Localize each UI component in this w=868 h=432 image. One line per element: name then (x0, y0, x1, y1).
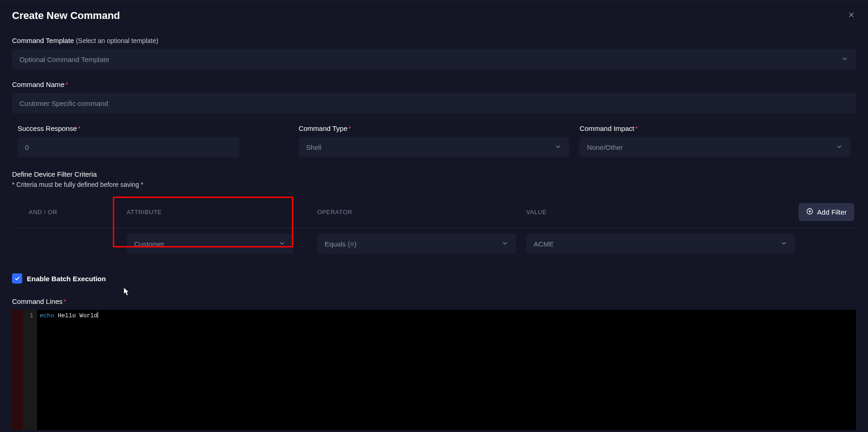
chevron-down-icon (836, 143, 843, 152)
command-template-hint: (Select an optional template) (76, 37, 158, 44)
command-type-label-text: Command Type (299, 124, 348, 132)
command-template-section: Command Template (Select an optional tem… (12, 37, 856, 69)
add-filter-label: Add Filter (817, 208, 847, 216)
batch-execution-label: Enable Batch Execution (27, 275, 106, 283)
chevron-down-icon (501, 240, 509, 248)
required-marker: * (348, 124, 351, 132)
command-lines-label: Command Lines* (12, 297, 856, 305)
filter-operator-select[interactable]: Equals (=) (317, 234, 516, 254)
command-type-label: Command Type* (299, 124, 570, 132)
command-impact-label: Command Impact* (579, 124, 850, 132)
command-lines-label-text: Command Lines (12, 297, 62, 305)
success-response-input-wrap (18, 137, 240, 157)
success-response-label-text: Success Response (18, 124, 77, 132)
command-type-select[interactable]: Shell (299, 137, 570, 157)
mouse-cursor-icon (123, 287, 130, 296)
command-name-label-text: Command Name (12, 80, 64, 88)
code-keyword: echo (40, 312, 54, 319)
command-impact-select[interactable]: None/Other (579, 137, 850, 157)
filter-criteria-section: Define Device Filter Criteria * Criteria… (12, 170, 856, 259)
filter-value-text: ACME (534, 240, 554, 248)
command-template-placeholder: Optional Command Template (19, 56, 109, 63)
text-caret (98, 312, 98, 318)
filter-attribute-value: Customer (134, 240, 164, 248)
command-type-col: Command Type* Shell (299, 124, 570, 157)
filter-criteria-note: * Criteria must be fully defined before … (12, 181, 856, 188)
filter-header-andor: AND / OR (29, 209, 121, 216)
chevron-down-icon (554, 143, 562, 152)
command-name-input[interactable] (19, 99, 849, 107)
code-gutter: 1 (12, 310, 37, 430)
plus-circle-icon (806, 208, 813, 216)
line-number: 1 (12, 312, 33, 320)
command-name-label: Command Name* (12, 80, 856, 88)
command-impact-label-text: Command Impact (579, 124, 634, 132)
command-meta-row: Success Response* Command Type* Shell Co… (12, 124, 856, 157)
filter-header-operator: OPERATOR (317, 209, 521, 216)
command-template-label-text: Command Template (12, 37, 74, 44)
command-type-value: Shell (306, 143, 321, 151)
code-text: Hello World (54, 312, 98, 319)
command-template-label: Command Template (Select an optional tem… (12, 37, 856, 44)
batch-execution-row: Enable Batch Execution (12, 273, 856, 284)
filter-header-attribute: ATTRIBUTE (127, 209, 312, 216)
filter-table: AND / OR ATTRIBUTE OPERATOR VALUE Add Fi… (12, 197, 856, 259)
code-content: echo Hello World (37, 310, 101, 430)
filter-operator-cell: Equals (=) (317, 234, 521, 254)
close-icon (847, 11, 856, 20)
create-command-modal: Create New Command Command Template (Sel… (0, 0, 868, 432)
chevron-down-icon (278, 240, 286, 248)
batch-execution-checkbox[interactable] (12, 273, 22, 284)
command-lines-section: Command Lines* 1 echo Hello World (12, 297, 856, 430)
filter-attribute-select[interactable]: Customer (127, 234, 293, 254)
success-response-input[interactable] (25, 143, 232, 151)
filter-value-select[interactable]: ACME (526, 234, 795, 254)
command-lines-editor[interactable]: 1 echo Hello World (12, 310, 856, 430)
filter-row: Customer Equals (=) (12, 228, 856, 259)
command-name-input-wrap (12, 93, 856, 113)
filter-table-header: AND / OR ATTRIBUTE OPERATOR VALUE Add Fi… (12, 197, 856, 228)
required-marker: * (63, 297, 66, 305)
filter-header-value: VALUE (526, 209, 793, 216)
command-impact-col: Command Impact* None/Other (579, 124, 850, 157)
filter-value-cell: ACME (526, 234, 795, 254)
close-button[interactable] (847, 11, 856, 20)
success-response-label: Success Response* (18, 124, 289, 132)
filter-criteria-title: Define Device Filter Criteria (12, 170, 856, 178)
command-name-section: Command Name* (12, 80, 856, 113)
filter-operator-value: Equals (=) (325, 240, 357, 248)
filter-attribute-cell: Customer (127, 234, 312, 254)
modal-title: Create New Command (12, 10, 856, 22)
chevron-down-icon (780, 240, 788, 248)
add-filter-button[interactable]: Add Filter (799, 203, 854, 221)
required-marker: * (78, 124, 80, 132)
chevron-down-icon (841, 55, 849, 64)
required-marker: * (635, 124, 638, 132)
command-impact-value: None/Other (587, 143, 623, 151)
command-template-select[interactable]: Optional Command Template (12, 49, 856, 69)
success-response-col: Success Response* (18, 124, 289, 157)
required-marker: * (65, 80, 68, 88)
